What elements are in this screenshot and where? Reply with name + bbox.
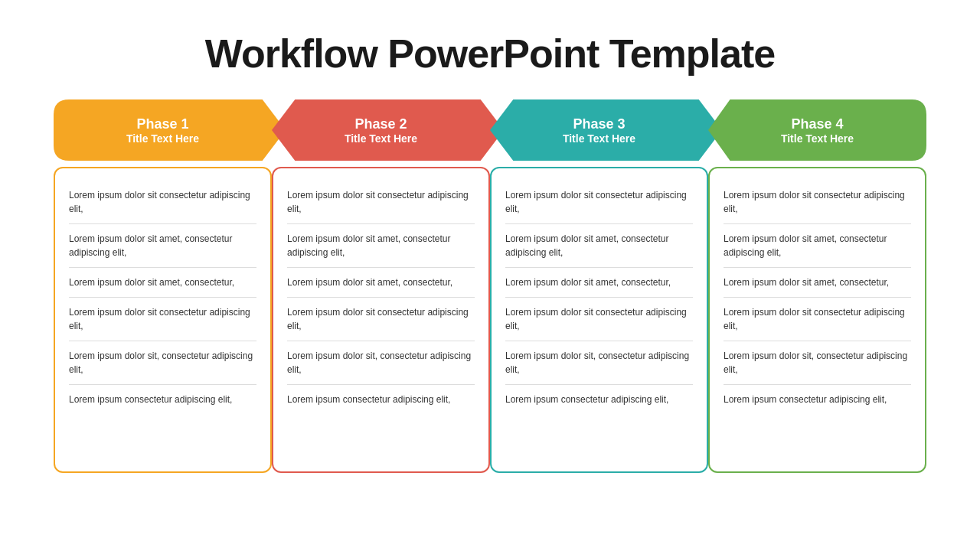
card-item: Lorem ipsum consectetur adipiscing elit,	[505, 385, 693, 414]
phase-card-4: Lorem ipsum dolor sit consectetur adipis…	[708, 167, 926, 473]
phase-subtitle-1: Title Text Here	[126, 132, 199, 145]
phase-label-1: Phase 1	[126, 116, 199, 132]
card-item: Lorem ipsum consectetur adipiscing elit,	[724, 385, 911, 414]
phase-subtitle-3: Title Text Here	[563, 132, 635, 145]
phase-header-content-3: Phase 3Title Text Here	[563, 116, 649, 145]
card-item: Lorem ipsum dolor sit amet, consectetur …	[287, 224, 475, 268]
phase-header-content-1: Phase 1Title Text Here	[126, 116, 213, 145]
card-item: Lorem ipsum dolor sit, consectetur adipi…	[505, 341, 693, 385]
phase-column-3: Phase 3Title Text HereLorem ipsum dolor …	[490, 99, 708, 473]
card-item: Lorem ipsum dolor sit consectetur adipis…	[287, 181, 475, 224]
card-item: Lorem ipsum dolor sit consectetur adipis…	[287, 298, 475, 341]
card-item: Lorem ipsum consectetur adipiscing elit,	[287, 385, 475, 414]
phase-label-4: Phase 4	[781, 116, 854, 132]
phase-subtitle-4: Title Text Here	[781, 132, 854, 145]
card-item: Lorem ipsum dolor sit consectetur adipis…	[505, 298, 693, 341]
card-item: Lorem ipsum dolor sit, consectetur adipi…	[724, 341, 911, 385]
phase-label-2: Phase 2	[345, 116, 417, 132]
phase-column-2: Phase 2Title Text HereLorem ipsum dolor …	[272, 99, 490, 473]
phases-container: Phase 1Title Text HereLorem ipsum dolor …	[54, 99, 926, 473]
card-item: Lorem ipsum dolor sit consectetur adipis…	[69, 298, 256, 341]
phase-card-2: Lorem ipsum dolor sit consectetur adipis…	[272, 167, 490, 473]
card-item: Lorem ipsum dolor sit, consectetur adipi…	[69, 341, 256, 385]
phase-header-content-4: Phase 4Title Text Here	[781, 116, 854, 145]
phase-card-3: Lorem ipsum dolor sit consectetur adipis…	[490, 167, 708, 473]
phase-header-1: Phase 1Title Text Here	[54, 99, 286, 161]
phase-label-3: Phase 3	[563, 116, 635, 132]
card-item: Lorem ipsum consectetur adipiscing elit,	[69, 385, 256, 414]
card-item: Lorem ipsum dolor sit amet, consectetur,	[505, 268, 693, 298]
card-item: Lorem ipsum dolor sit consectetur adipis…	[724, 298, 911, 341]
card-item: Lorem ipsum dolor sit amet, consectetur …	[505, 224, 693, 268]
phase-column-1: Phase 1Title Text HereLorem ipsum dolor …	[54, 99, 272, 473]
phase-header-content-2: Phase 2Title Text Here	[345, 116, 431, 145]
card-item: Lorem ipsum dolor sit consectetur adipis…	[505, 181, 693, 224]
card-item: Lorem ipsum dolor sit amet, consectetur,	[287, 268, 475, 298]
phase-subtitle-2: Title Text Here	[345, 132, 417, 145]
card-item: Lorem ipsum dolor sit amet, consectetur …	[724, 224, 911, 268]
phase-column-4: Phase 4Title Text HereLorem ipsum dolor …	[708, 99, 926, 473]
card-item: Lorem ipsum dolor sit amet, consectetur …	[69, 224, 256, 268]
card-item: Lorem ipsum dolor sit amet, consectetur,	[724, 268, 911, 298]
page-title: Workflow PowerPoint Template	[205, 31, 775, 77]
card-item: Lorem ipsum dolor sit amet, consectetur,	[69, 268, 256, 298]
phase-card-1: Lorem ipsum dolor sit consectetur adipis…	[54, 167, 272, 473]
phase-header-4: Phase 4Title Text Here	[708, 99, 926, 161]
card-item: Lorem ipsum dolor sit, consectetur adipi…	[287, 341, 475, 385]
card-item: Lorem ipsum dolor sit consectetur adipis…	[69, 181, 256, 224]
card-item: Lorem ipsum dolor sit consectetur adipis…	[724, 181, 911, 224]
phase-header-3: Phase 3Title Text Here	[490, 99, 722, 161]
phase-header-2: Phase 2Title Text Here	[272, 99, 504, 161]
